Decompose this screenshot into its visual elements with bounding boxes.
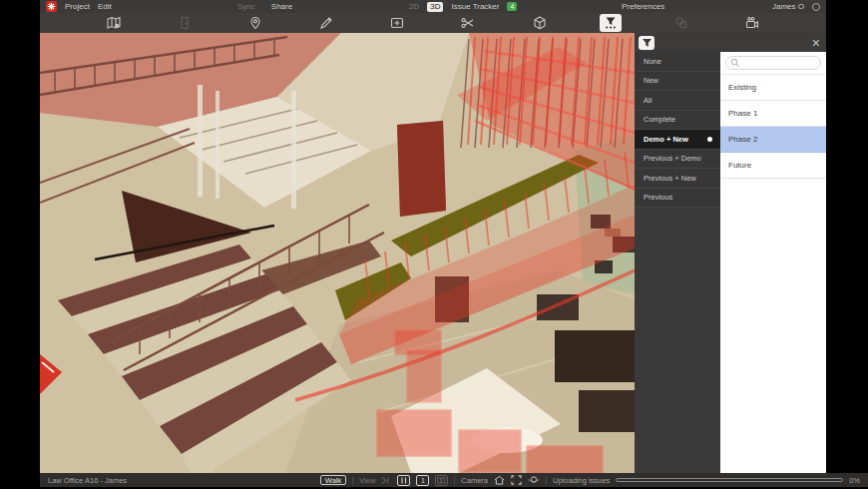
filter-mode-complete[interactable]: Complete: [635, 111, 720, 131]
mode-3d-button[interactable]: 3D: [427, 2, 443, 12]
filter-panel-body: None New All Complete Demo + New Previou…: [635, 52, 826, 473]
map-marker-icon[interactable]: [103, 14, 125, 32]
menu-preferences[interactable]: Preferences: [622, 0, 664, 13]
view-grid-icon[interactable]: [435, 475, 448, 486]
menu-bar: Project Edit Sync Share 2D 3D Issue Trac…: [40, 0, 826, 13]
menu-share-group: Sync Share: [237, 0, 292, 13]
filter-funnel-icon[interactable]: [639, 36, 654, 50]
user-name[interactable]: James O: [772, 0, 804, 13]
upload-percent-label: 0%: [849, 476, 860, 485]
cut-plane-scissors-icon[interactable]: [457, 14, 479, 32]
gallery-icon: [670, 14, 692, 32]
menu-sync: Sync: [237, 0, 255, 13]
filter-elements-icon[interactable]: [600, 14, 622, 32]
status-bar: Law Office A16 - James Walk View 1 Camer…: [40, 473, 868, 487]
filter-mode-demo-new[interactable]: Demo + New: [635, 130, 720, 150]
active-mode-dot-icon: [707, 137, 712, 142]
filter-mode-all[interactable]: All: [635, 91, 720, 111]
filter-panel: × None New All Complete Demo + New Previ…: [635, 33, 826, 473]
collaborate-camera-icon[interactable]: [741, 14, 763, 32]
phase-search-input[interactable]: [743, 59, 816, 68]
toolbar: [40, 13, 826, 33]
add-photo-icon[interactable]: [386, 14, 408, 32]
menu-mode-group: 2D 3D Issue Tracker 4: [409, 0, 517, 13]
phase-search-wrap: [720, 52, 826, 75]
menu-pref-group: Preferences: [622, 0, 664, 13]
filter-mode-previous-new[interactable]: Previous + New: [635, 169, 720, 189]
menu-share[interactable]: Share: [271, 0, 292, 13]
phase-item-phase2[interactable]: Phase 2: [720, 127, 826, 153]
3d-scene: [40, 33, 635, 473]
issue-count-badge: 4: [507, 2, 517, 11]
sync-status-icon[interactable]: [812, 3, 820, 11]
filter-mode-none[interactable]: None: [635, 52, 720, 72]
orbit-icon[interactable]: [528, 475, 540, 485]
uploading-label: Uploading issues: [553, 476, 610, 485]
filter-mode-new[interactable]: New: [635, 72, 720, 92]
filter-mode-previous-demo[interactable]: Previous + Demo: [635, 150, 720, 170]
door-icon: [174, 14, 196, 32]
project-name-label: Law Office A16 - James: [48, 476, 127, 485]
app-logo-icon[interactable]: [46, 1, 57, 12]
camera-label[interactable]: Camera: [461, 476, 488, 485]
menu-user-group: James O: [772, 0, 820, 13]
phase-search-field[interactable]: [725, 56, 821, 70]
location-pin-icon[interactable]: [244, 14, 266, 32]
upload-progress-bar: [616, 478, 843, 482]
filter-panel-header: ×: [635, 33, 826, 52]
view-mode-button[interactable]: View: [359, 476, 375, 485]
filter-mode-list: None New All Complete Demo + New Previou…: [635, 52, 720, 473]
screenshot-stage: Project Edit Sync Share 2D 3D Issue Trac…: [0, 0, 868, 489]
elements-cube-icon[interactable]: [529, 14, 551, 32]
home-view-icon[interactable]: [494, 475, 505, 485]
view-single-icon[interactable]: 1: [416, 475, 429, 486]
mode-2d-button[interactable]: 2D: [409, 0, 419, 13]
3d-viewport[interactable]: [40, 33, 635, 473]
menu-project[interactable]: Project: [65, 0, 90, 13]
next-viewpoint-icon: [381, 476, 391, 485]
menu-left-group: Project Edit: [46, 0, 112, 13]
fit-extents-icon[interactable]: [511, 475, 522, 485]
close-icon[interactable]: ×: [812, 36, 820, 50]
search-icon: [730, 58, 740, 68]
phase-list: Existing Phase 1 Phase 2 Future: [720, 52, 826, 473]
phase-item-phase1[interactable]: Phase 1: [720, 101, 826, 127]
measure-pencil-icon[interactable]: [315, 14, 337, 32]
walk-mode-button[interactable]: Walk: [320, 475, 346, 485]
phase-item-future[interactable]: Future: [720, 153, 826, 179]
issue-tracker-button[interactable]: Issue Tracker: [451, 0, 499, 13]
view-split-icon[interactable]: [397, 475, 410, 486]
menu-edit[interactable]: Edit: [98, 0, 112, 13]
filter-mode-previous[interactable]: Previous: [635, 189, 720, 209]
phase-item-existing[interactable]: Existing: [720, 75, 826, 101]
